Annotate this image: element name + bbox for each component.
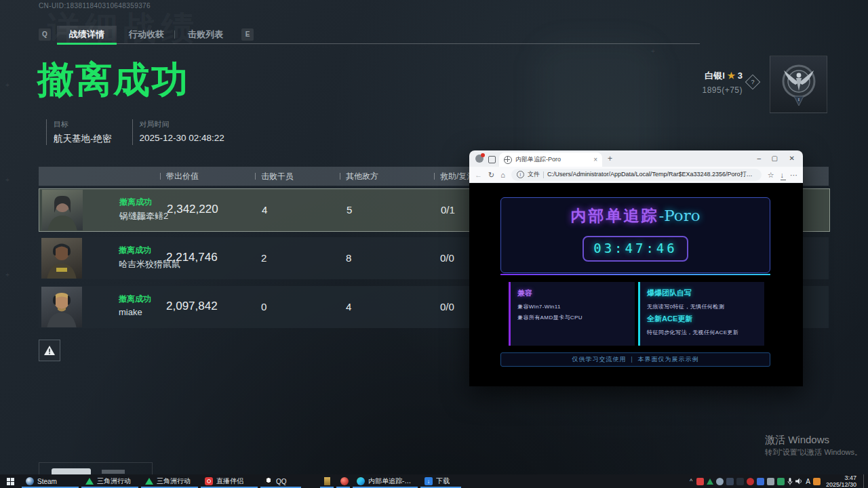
taskbar-item-unknown-2[interactable]	[335, 474, 351, 488]
taskbar-item-live-companion[interactable]: 直播伴侣	[199, 474, 259, 488]
window-minimize-icon[interactable]	[757, 155, 761, 163]
volume-icon[interactable]	[795, 478, 803, 485]
page-footer-disclaimer: 仅供学习交流使用 ｜ 本界面仅为展示示例	[500, 352, 770, 367]
row-status: 撤离成功	[119, 293, 151, 305]
tray-security-icon[interactable]	[813, 478, 821, 485]
page-info-icon[interactable]: i	[517, 171, 524, 178]
tray-app-icon[interactable]	[736, 478, 744, 485]
steam-icon	[26, 477, 34, 485]
screen: + + + + CN-UID:183811840310648359376 详细战…	[0, 0, 868, 488]
download-icon	[425, 477, 433, 485]
menu-dots-icon[interactable]	[790, 170, 797, 180]
feature-title: 兼容	[517, 288, 628, 298]
feature-line: 无痕读写0特征，无惧任何检测	[647, 303, 757, 310]
bookmark-star-icon[interactable]	[768, 170, 774, 180]
report-warning-button[interactable]	[39, 340, 60, 361]
row-value: 2,214,746	[166, 251, 218, 264]
taskbar-item-unknown-1[interactable]	[319, 474, 335, 488]
tray-shield-icon[interactable]	[726, 478, 734, 485]
browser-profile-icon[interactable]	[475, 155, 484, 163]
refresh-icon[interactable]	[488, 170, 494, 180]
key-hint-e: E	[241, 28, 254, 41]
taskbar-item-deltaforce-2[interactable]: 三角洲行动	[140, 474, 199, 488]
rank-tier: 白银I	[705, 70, 725, 81]
tray-app-icon[interactable]	[757, 478, 764, 485]
row-others: 8	[346, 252, 351, 264]
key-hint-q: Q	[39, 28, 51, 41]
taskbar-item-steam[interactable]: Steam	[20, 474, 80, 488]
row-value: 2,097,842	[166, 300, 218, 313]
show-desktop-button[interactable]	[863, 474, 866, 488]
rank-star-icon	[727, 70, 735, 81]
col-header-kills: 击败干员	[261, 167, 294, 186]
tray-app-icon[interactable]	[777, 478, 785, 485]
feature-line: 兼容所有AMD显卡与CPU	[517, 314, 628, 321]
feature-panel-compat: 兼容 兼容Win7-Win11 兼容所有AMD显卡与CPU	[509, 282, 635, 346]
back-icon[interactable]	[475, 170, 482, 180]
taskbar-item-qq[interactable]: QQ	[259, 474, 302, 488]
microphone-icon[interactable]	[787, 478, 793, 485]
ime-indicator[interactable]: A	[806, 478, 810, 485]
deco-cross: +	[5, 271, 9, 279]
operator-portrait-icon	[41, 287, 82, 327]
result-title: 撤离成功	[37, 56, 189, 105]
taskbar-item-deltaforce-1[interactable]: 三角洲行动	[80, 474, 140, 488]
taskbar-item-browser[interactable]: 内部单追踪-Poro - …	[351, 474, 419, 488]
tray-deltaforce-icon[interactable]	[707, 479, 713, 485]
downloads-icon[interactable]	[781, 170, 785, 180]
feature-panel-anticheat: 爆爆团队自写 无痕读写0特征，无惧任何检测 全新ACE更新 特征同步化写法，无视…	[638, 282, 764, 346]
taskbar-item-downloads[interactable]: 下载	[419, 474, 462, 488]
row-player-name: 锅缝龘牵鳝2	[119, 210, 168, 222]
tab-action-loot[interactable]: 行动收获	[119, 26, 174, 43]
tray-qq-icon[interactable]	[696, 478, 704, 485]
edge-browser-icon	[357, 477, 365, 485]
deco-cross: +	[5, 81, 9, 89]
taskbar-clock[interactable]: 3:47 2025/12/30	[826, 474, 856, 488]
browser-tab[interactable]: 内部单追踪-Poro	[499, 152, 602, 167]
unknown-app-icon	[324, 477, 330, 485]
hint-text-ghost	[102, 470, 125, 474]
row-value: 2,342,220	[167, 203, 218, 216]
tab-close-icon[interactable]	[593, 157, 597, 163]
tab-search-icon[interactable]	[488, 156, 496, 163]
page-title-latin: -Poro	[658, 207, 700, 224]
qq-icon	[264, 477, 273, 485]
operator-portrait-icon	[42, 190, 83, 230]
window-maximize-icon[interactable]	[772, 155, 778, 163]
row-kills: 2	[261, 252, 267, 264]
feature-line: 兼容Win7-Win11	[517, 303, 628, 310]
rank-tier-line: 白银I 3	[678, 70, 743, 82]
countdown-timer: 03:47:46	[583, 236, 688, 262]
delta-force-icon	[145, 478, 153, 485]
page-title: 内部单追踪-Poro	[501, 205, 770, 226]
avatar	[41, 238, 82, 279]
tab-kill-list[interactable]: 击败列表	[178, 26, 233, 43]
address-bar[interactable]: i 文件 C:/Users/Administrator/AppData/Loca…	[511, 169, 762, 181]
cheat-page-hero: 内部单追踪-Poro 03:47:46	[500, 197, 770, 273]
address-divider	[543, 171, 544, 178]
browser-titlebar[interactable]: 内部单追踪-Poro	[469, 150, 803, 167]
window-close-icon[interactable]	[789, 155, 795, 163]
start-button[interactable]	[0, 474, 20, 488]
row-kills: 4	[262, 204, 267, 216]
browser-window: 内部单追踪-Poro i 文件 C:/Users/Administrator/A…	[469, 150, 803, 386]
tab-battle-detail[interactable]: 战绩详情	[57, 26, 117, 43]
rank-summary: 白银I 3 1895(+75)	[678, 70, 743, 95]
match-time-value: 2025-12-30 02:48:22	[140, 133, 224, 143]
active-tab-indicator	[57, 43, 117, 45]
tray-app-icon[interactable]	[767, 478, 774, 485]
objective-value: 航天基地-绝密	[54, 133, 112, 145]
tabbar-underline	[57, 43, 700, 44]
tray-netease-icon[interactable]	[747, 478, 754, 485]
rank-points: 1895(+75)	[678, 85, 743, 95]
match-time-info: 对局时间 2025-12-30 02:48:22	[132, 119, 224, 145]
tray-expand-icon[interactable]: ^	[690, 478, 692, 485]
live-companion-icon	[205, 477, 213, 485]
col-header-value: 带出价值	[166, 167, 199, 186]
url-text: C:/Users/Administrator/AppData/Local/Tem…	[547, 170, 756, 179]
tray-steam-icon[interactable]	[716, 478, 724, 485]
operator-portrait-icon	[41, 238, 82, 279]
deco-cross: +	[651, 47, 655, 55]
home-icon[interactable]	[500, 170, 505, 180]
new-tab-icon[interactable]	[608, 154, 612, 163]
